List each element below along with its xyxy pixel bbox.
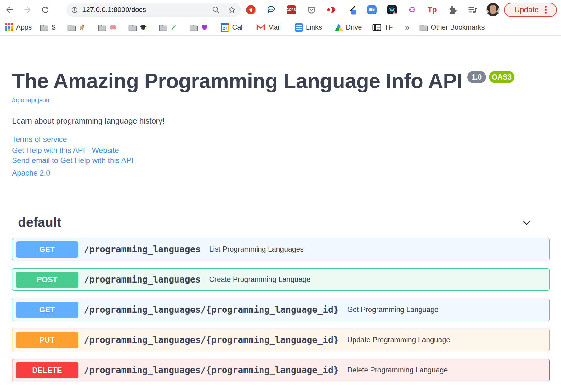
endpoint-summary: Update Programming Language [347,336,450,344]
extension-tp-icon[interactable]: Tp [428,5,437,14]
bookmark-folder-purple-heart[interactable] [190,24,208,31]
drive-icon [335,24,343,31]
terms-of-service-link[interactable]: Terms of service [12,135,550,144]
bookmark-tf[interactable]: TF [372,23,393,31]
address-bar[interactable]: 127.0.0.1:8000/docs [66,3,241,17]
license-link[interactable]: Apache 2.0 [12,169,550,177]
extension-deploy-icon[interactable] [327,5,336,14]
purple-heart-emoji [201,24,208,31]
endpoint-path: /programming_languages/{programming_lang… [84,335,339,345]
method-badge: GET [16,302,78,318]
extension-eyedropper-icon[interactable] [347,5,356,14]
section-header-default[interactable]: default [12,215,550,230]
extension-pocket-icon[interactable] [307,5,316,14]
help-website-link[interactable]: Get Help with this API - Website [12,146,550,155]
extension-react-devtools-icon[interactable] [387,5,397,14]
endpoint-post-create[interactable]: POST /programming_languages Create Progr… [12,268,550,291]
herb-emoji [170,24,178,31]
endpoint-delete[interactable]: DELETE /programming_languages/{programmi… [12,359,550,381]
bookmarks-separator [415,23,415,32]
extensions-puzzle-icon[interactable] [448,5,457,14]
bookmark-gmail[interactable]: Mail [256,23,280,31]
bookmark-folder-horse[interactable] [67,24,86,31]
extension-zoom-icon[interactable] [367,5,377,14]
other-bookmarks[interactable]: Other Bookmarks [419,23,484,31]
brain-emoji [109,24,116,31]
profile-avatar[interactable] [486,3,500,16]
api-description: Learn about programming language history… [12,116,550,126]
endpoint-path: /programming_languages [84,244,201,255]
endpoint-path: /programming_languages [84,274,201,285]
oas3-badge: OAS3 [489,71,514,83]
extension-stop-hand-icon[interactable] [246,5,256,14]
tf-icon [372,24,381,31]
browser-chrome: 127.0.0.1:8000/docs CORS [0,0,561,36]
extension-cors-icon[interactable]: CORS [286,5,296,14]
folder-icon [98,24,106,31]
api-title: The Amazing Programming Language Info AP… [12,68,550,93]
folder-icon [419,24,428,31]
zoom-out-icon[interactable] [212,6,220,14]
calendar-icon: 27 [221,23,229,32]
method-badge: POST [16,272,78,288]
section-title: default [18,215,61,230]
bookmarks-bar: Apps $ [0,20,561,36]
bookmark-calendar[interactable]: 27 Cal [221,23,242,32]
bookmarks-overflow-chevron[interactable]: » [405,23,410,32]
method-badge: PUT [16,332,78,348]
bookmark-links[interactable]: Links [295,23,322,32]
browser-menu-kebab-icon[interactable] [545,6,547,14]
bookmark-folder-brain[interactable] [98,24,116,31]
reload-button[interactable] [40,5,50,15]
folder-icon [67,24,76,31]
graduation-cap-emoji [139,24,147,31]
endpoint-summary: Get Programming Language [347,305,439,314]
endpoint-path: /programming_languages/{programming_lang… [84,365,339,375]
extension-recycle-icon[interactable]: ♻ [407,5,417,14]
url-text[interactable]: 127.0.0.1:8000/docs [82,6,146,14]
browser-toolbar: 127.0.0.1:8000/docs CORS [0,0,561,20]
bookmark-folder-herb[interactable] [159,24,178,31]
gmail-icon [256,24,265,31]
endpoint-summary: Delete Programming Language [347,366,448,374]
bookmark-apps[interactable]: Apps [5,23,32,31]
carousel-horse-emoji [78,24,86,31]
extension-chat-bubble-icon[interactable] [266,5,276,14]
endpoint-put-update[interactable]: PUT /programming_languages/{programming_… [12,329,550,351]
links-icon [295,23,303,32]
bookmark-folder-dollar[interactable]: $ [40,23,55,31]
endpoint-summary: Create Programming Language [209,275,310,284]
endpoint-get-list[interactable]: GET /programming_languages List Programm… [12,238,550,260]
chevron-down-icon[interactable] [521,216,533,228]
site-info-icon[interactable] [71,6,78,13]
back-button[interactable] [4,5,14,15]
update-button[interactable]: Update [504,3,557,17]
help-email-link[interactable]: Send email to Get Help with this API [12,156,550,165]
method-badge: DELETE [16,362,78,378]
version-badge: 1.0 [467,71,486,83]
endpoint-summary: List Programming Languages [209,245,303,254]
forward-button[interactable] [22,5,32,15]
bookmark-drive[interactable]: Drive [335,23,362,31]
openapi-spec-link[interactable]: /openapi.json [12,97,49,104]
bookmark-star-icon[interactable] [228,6,236,14]
apps-grid-icon [5,23,13,31]
bookmark-folder-graduation[interactable] [128,24,147,31]
folder-icon [190,24,198,31]
method-badge: GET [16,241,78,258]
swagger-ui: The Amazing Programming Language Info AP… [0,68,561,381]
folder-icon [40,24,48,31]
folder-icon [128,24,137,31]
folder-icon [159,24,167,31]
endpoint-get-one[interactable]: GET /programming_languages/{programming_… [12,299,550,321]
extension-music-queue-icon[interactable] [468,5,477,14]
endpoint-path: /programming_languages/{programming_lang… [84,305,339,315]
